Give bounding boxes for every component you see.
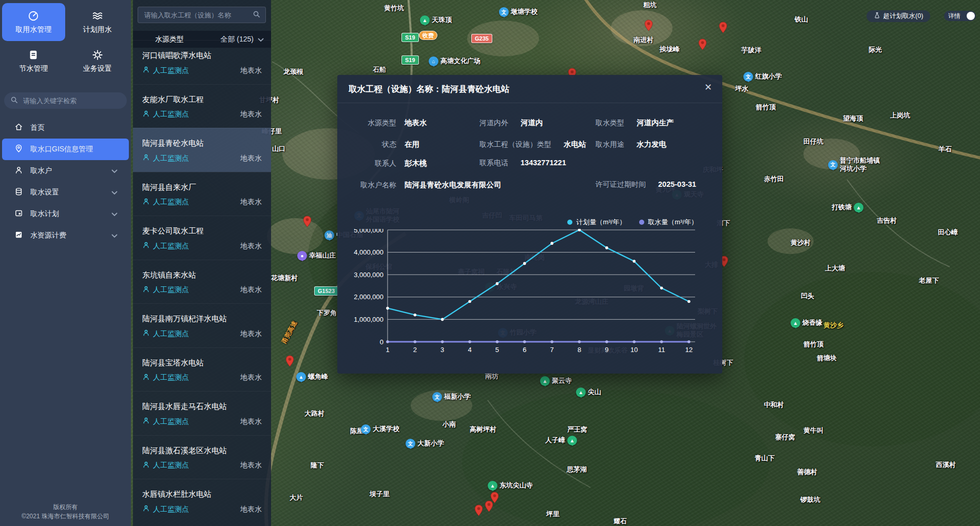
red-marker-pin[interactable] [644,20,653,33]
blue-map-pin-icon[interactable]: 文 [406,439,415,449]
chevron-down-icon[interactable] [111,188,118,197]
map-poi-nature[interactable]: ▲聚云寺 [540,376,572,386]
green-map-pin-icon[interactable]: ▲ [540,376,550,386]
svg-text:4: 4 [468,346,471,354]
chart-svg: 01,000,0002,000,0003,000,0004,000,0005,0… [345,229,709,360]
map-poi-nature[interactable]: 打铁塘▲ [832,203,863,212]
green-map-pin-icon[interactable]: ▲ [854,203,863,212]
map-poi-facility[interactable]: ▲螺角峰 [296,372,328,382]
station-list-item[interactable]: 陆河县南万镇杞洋水电站人工监测点地表水 [133,303,271,347]
chevron-down-icon[interactable] [111,231,118,240]
detail-toggle[interactable]: 详情 [944,11,976,21]
blue-map-pin-icon[interactable]: 油 [324,230,334,240]
red-marker-pin[interactable] [719,22,727,35]
station-list-item[interactable]: 陆河县青砼水电站人工监测点地表水 [133,128,271,172]
blue-map-pin-icon[interactable]: 文 [361,424,371,434]
green-map-pin-icon[interactable]: ▲ [576,387,586,397]
station-list-item[interactable]: 陆河县自来水厂人工监测点地表水 [133,172,271,216]
chevron-down-icon[interactable] [111,210,118,218]
map-poi-facility[interactable]: 文红旗小学 [743,72,782,82]
map-place-label: 严王窝 [567,425,587,434]
map-poi-nature[interactable]: ▲东坑尖山寺 [488,481,533,491]
station-list-item[interactable]: 河口镇唱歌潭水电站人工监测点地表水 [133,40,271,84]
map-place-label: 寨仔窝 [775,433,795,441]
map-place-label: 粗坑 [643,1,657,9]
station-search-input[interactable] [143,11,249,20]
over-plan-intake-button[interactable]: 超计划取水(0) [867,10,930,22]
blue-map-pin-icon[interactable]: 文 [828,160,838,170]
blue-map-pin-icon[interactable]: ⌂ [429,56,438,66]
station-list-item[interactable]: 麦卡公司取水工程人工监测点地表水 [133,216,271,260]
map-poi-facility[interactable]: 文福新小学 [432,392,471,402]
map-poi-facility[interactable]: 文大溪学校 [361,424,399,434]
sidebar-item-home[interactable]: 首页 [2,117,129,139]
map-poi-facility[interactable]: 文普宁市船埔镇河坑小学 [828,157,880,173]
field: 取水用途水力发电 [595,140,666,149]
sidebar-item-db[interactable]: 取水设置 [2,182,129,203]
map-poi-facility[interactable]: 文墩塘学校 [499,7,537,17]
field-label: 水源类型 [348,119,396,128]
map-place-label: 田心嶂 [938,228,958,237]
module-waves[interactable]: 计划用水 [66,3,129,41]
legend-item[interactable]: 计划量（m³/年） [567,218,626,227]
blue-map-pin-icon[interactable]: 文 [499,7,509,17]
red-marker-pin[interactable] [490,492,499,505]
svg-text:10: 10 [630,346,638,354]
search-icon[interactable] [253,10,260,20]
blue-map-pin-icon[interactable]: ▲ [296,372,306,382]
sidebar-item-pin[interactable]: 取水口GIS信息管理 [2,139,129,160]
station-list-item[interactable]: 陆河县宝塔水电站人工监测点地表水 [133,347,271,392]
sidebar-item-user[interactable]: 取水户 [2,160,129,182]
poi-label: 天珠顶 [432,16,452,24]
module-gauge[interactable]: 取用水管理 [2,3,65,41]
map-poi-nature[interactable]: 人子嶂▲ [545,436,577,445]
red-marker-pin[interactable] [303,216,312,229]
field: 联系人彭木桃 [348,159,427,168]
station-list-item[interactable]: 陆河县激石溪老区水电站人工监测点地表水 [133,435,271,479]
monitor-type: 人工监测点 [153,373,189,382]
map-poi-facility[interactable]: 文大新小学 [406,439,444,449]
sidebar-search-input[interactable] [22,96,121,105]
map-place-label: 挨垅峰 [660,45,680,53]
module-doc[interactable]: 节水管理 [2,42,65,80]
red-marker-pin[interactable] [698,38,707,52]
home-icon [14,123,23,133]
station-search-box[interactable] [138,7,266,23]
map-poi-nature[interactable]: ▲尖山 [576,387,601,397]
legend-item[interactable]: 取水量（m³/年） [639,218,698,227]
water-source: 地表水 [240,242,262,251]
station-detail-modal: 取水工程（设施）名称：陆河县青砼水电站 ✕ 水源类型地表水河道内外河道内取水类型… [337,75,722,374]
map-poi-facility[interactable]: ⌂高塘文化广场 [429,56,481,66]
chevron-down-icon[interactable] [111,167,118,175]
close-icon[interactable]: ✕ [704,82,712,93]
user-icon [14,166,23,176]
map-poi-nature[interactable]: ▲烧香缘 [791,318,822,328]
purple-map-pin-icon[interactable]: ● [297,251,307,261]
map-place-label: 坝子里 [370,490,390,498]
sidebar-search-box[interactable] [4,92,127,109]
sidebar-item-bill[interactable]: 水资源计费 [2,225,129,246]
green-map-pin-icon[interactable]: ▲ [488,481,497,491]
toggle-knob[interactable] [967,12,975,20]
map-place-label: 甬莞高速 [280,320,299,345]
blue-map-pin-icon[interactable]: 文 [743,72,753,82]
map-poi-nature[interactable]: ▲天珠顶 [420,15,452,25]
map-place-label: 黄牛叫 [803,426,823,435]
station-list-item[interactable]: 友能水厂取水工程人工监测点地表水 [133,84,271,128]
green-map-pin-icon[interactable]: ▲ [567,436,577,445]
map-poi-nature[interactable]: ●幸福山庄 [297,251,336,261]
poi-label: 东坑尖山寺 [499,481,533,490]
field: 水源类型地表水 [348,118,427,128]
red-marker-pin[interactable] [474,504,483,518]
station-list-item[interactable]: 水唇镇水栏肚水电站人工监测点地表水 [133,479,271,523]
blue-map-pin-icon[interactable]: 文 [432,392,442,402]
station-list-item[interactable]: 东坑镇自来水站人工监测点地表水 [133,260,271,304]
green-map-pin-icon[interactable]: ▲ [420,15,430,25]
field-value: 河道内生产 [637,118,674,128]
green-map-pin-icon[interactable]: ▲ [791,318,800,328]
water-source: 地表水 [240,417,262,426]
module-gear[interactable]: 业务设置 [66,42,129,80]
station-list-item[interactable]: 陆河县水唇走马石水电站人工监测点地表水 [133,391,271,435]
red-marker-pin[interactable] [285,355,294,369]
sidebar-item-plan[interactable]: 取水计划 [2,203,129,225]
